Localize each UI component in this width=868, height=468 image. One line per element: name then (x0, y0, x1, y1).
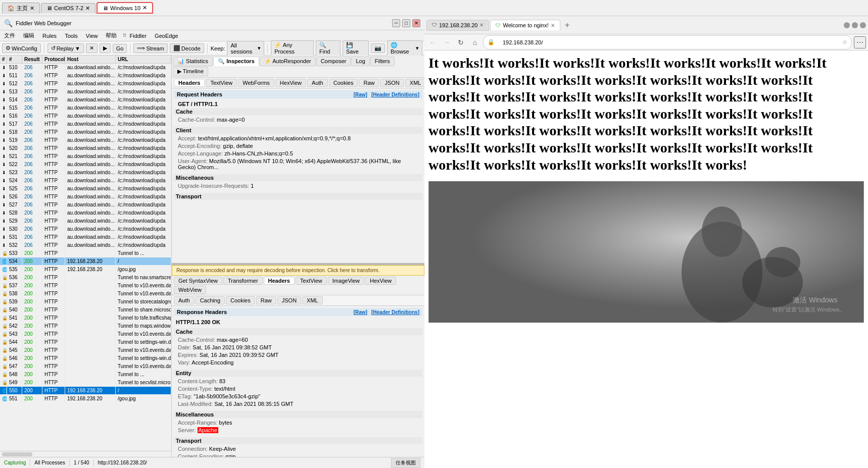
decode-button[interactable]: ⬛ Decode (170, 43, 204, 53)
tab-log[interactable]: Log (351, 57, 369, 66)
tab-inspectors[interactable]: 🔍 Inspectors (213, 57, 259, 66)
table-row[interactable]: ⬇ 510 206 HTTP au.download.windo... /c:/… (0, 64, 171, 72)
table-row[interactable]: 🔒 545 200 HTTP Tunnel to v10.events.data… (0, 346, 171, 354)
close-button[interactable]: ✕ (412, 19, 420, 27)
resp-raw-link[interactable]: [Raw] (354, 309, 367, 315)
winconfig-button[interactable]: ⚙ WinConfig (2, 43, 41, 53)
browser-maximize[interactable] (852, 22, 858, 28)
table-row[interactable]: ⬇ 514 206 HTTP au.download.windo... /c:/… (0, 96, 171, 104)
table-row[interactable]: ⬇ 525 206 HTTP au.download.windo... /c:/… (0, 185, 171, 193)
subtab-json[interactable]: JSON (380, 79, 404, 87)
table-row[interactable]: ⬇ 517 206 HTTP au.download.windo... /c:/… (0, 120, 171, 128)
menu-tools[interactable]: Tools (63, 32, 80, 40)
table-row[interactable]: 🔒 543 200 HTTP Tunnel to v10.events.data… (0, 330, 171, 338)
table-row[interactable]: ⬇ 515 206 HTTP au.download.windo... /c:/… (0, 104, 171, 112)
sessions-hscroll[interactable] (0, 451, 171, 457)
nginx-tab-close[interactable]: ✕ (551, 23, 555, 28)
tab-autoresponder[interactable]: ⚡ AutoResponder (260, 57, 316, 66)
minimize-button[interactable]: ─ (392, 19, 400, 27)
subtab-hexview[interactable]: HexView (275, 79, 306, 87)
browser-close[interactable] (860, 22, 866, 28)
sessions-body[interactable]: ⬇ 510 206 HTTP au.download.windo... /c:/… (0, 64, 171, 451)
resp-subtab-cookies[interactable]: Cookies (226, 296, 255, 304)
resp-subtab-raw[interactable]: Raw (256, 296, 276, 304)
browser-minimize[interactable] (844, 22, 850, 28)
tab-centos[interactable]: 🖥 CentOS 7-2 ✕ (41, 3, 95, 13)
raw-link[interactable]: [Raw] (354, 92, 367, 97)
tab-win10-close[interactable]: ✕ (142, 5, 147, 11)
menu-file[interactable]: 文件 (2, 31, 17, 40)
tab-composer[interactable]: Composer (316, 57, 351, 66)
table-row[interactable]: ⬇ 519 206 HTTP au.download.windo... /c:/… (0, 136, 171, 144)
tab-centos-close[interactable]: ✕ (85, 5, 90, 12)
table-row[interactable]: 🌐 534 200 HTTP 192.168.238.20 / (0, 257, 171, 266)
table-row[interactable]: 🔒 549 200 HTTP Tunnel to secvlist.micros… (0, 379, 171, 387)
table-row[interactable]: 🔒 547 200 HTTP Tunnel to v10.events.data… (0, 362, 171, 371)
tab-home-close[interactable]: ✕ (30, 5, 34, 12)
browser-settings-button[interactable]: ⋯ (854, 36, 866, 48)
addr-tab-close[interactable]: ✕ (479, 22, 484, 28)
table-row[interactable]: ⬇ 532 206 HTTP au.download.windo... /c:/… (0, 241, 171, 249)
table-row[interactable]: ⬇ 529 206 HTTP au.download.windo... /c:/… (0, 217, 171, 225)
table-row[interactable]: 🔒 536 200 HTTP Tunnel to nav.smartscreen… (0, 274, 171, 282)
replay-button[interactable]: ↺ Replay ▼ (47, 43, 84, 53)
task-view[interactable]: 任务视图 (391, 458, 420, 468)
home-button[interactable]: ⌂ (469, 36, 481, 48)
stream-button[interactable]: ⟹ Stream (133, 43, 167, 53)
tab-statistics[interactable]: 📊 Statistics (173, 57, 213, 66)
subtab-raw[interactable]: Raw (359, 79, 379, 87)
refresh-button[interactable]: ↻ (455, 36, 467, 48)
resp-subtab-auth[interactable]: Auth (174, 296, 195, 304)
table-row[interactable]: 🔒 541 200 HTTP Tunnel to tsfe.trafficsha… (0, 314, 171, 322)
menu-fiddler[interactable]: Fiddler (127, 32, 149, 40)
table-row[interactable]: ⬇ 512 206 HTTP au.download.windo... /c:/… (0, 80, 171, 88)
subtab-cookies[interactable]: Cookies (329, 79, 358, 87)
table-row[interactable]: 🔒 537 200 HTTP Tunnel to v10.events.data… (0, 282, 171, 290)
resp-subtab-json[interactable]: JSON (277, 296, 301, 304)
response-notice[interactable]: Response is encoded and may require deco… (172, 265, 424, 276)
resp-tab-syntaxview[interactable]: Get SyntaxView (174, 277, 222, 285)
table-row[interactable]: 🔒 542 200 HTTP Tunnel to maps.windows.co… (0, 322, 171, 330)
tab-timeline[interactable]: ▶ Timeline (173, 67, 208, 76)
subtab-webforms[interactable]: WebForms (238, 79, 274, 87)
table-row[interactable]: ⬇ 531 206 HTTP au.download.windo... /c:/… (0, 233, 171, 241)
table-row[interactable]: ⬇ 511 206 HTTP au.download.windo... /c:/… (0, 72, 171, 80)
camera-button[interactable]: 📷 (371, 43, 385, 53)
maximize-button[interactable]: □ (402, 19, 410, 27)
subtab-textview[interactable]: TextView (206, 79, 237, 87)
subtab-headers[interactable]: Headers (174, 79, 205, 87)
table-row[interactable]: 🔒 540 200 HTTP Tunnel to share.microsoft… (0, 306, 171, 314)
resp-tab-imageview[interactable]: ImageView (328, 277, 364, 285)
table-row[interactable]: ⬇ 526 206 HTTP au.download.windo... /c:/… (0, 193, 171, 201)
table-row[interactable]: ⬇ 520 206 HTTP au.download.windo... /c:/… (0, 144, 171, 152)
tab-win10[interactable]: 🖥 Windows 10 ✕ (97, 2, 153, 14)
tab-filters[interactable]: Filters (370, 57, 395, 66)
save-button[interactable]: 💾 Save (343, 40, 369, 56)
table-row[interactable]: 🌐 550 200 HTTP 192.168.238.20 / (0, 387, 171, 395)
x-button[interactable]: ✕ (86, 43, 98, 53)
table-row[interactable]: ⬇ 528 206 HTTP au.download.windo... /c:/… (0, 209, 171, 217)
table-row[interactable]: ⬇ 527 206 HTTP au.download.windo... /c:/… (0, 201, 171, 209)
table-row[interactable]: ⬇ 524 206 HTTP au.download.windo... /c:/… (0, 177, 171, 185)
resp-tab-webview[interactable]: WebView (174, 286, 206, 294)
table-row[interactable]: ⬇ 516 206 HTTP au.download.windo... /c:/… (0, 112, 171, 120)
menu-view[interactable]: View (84, 32, 100, 40)
menu-help[interactable]: 帮助 (104, 31, 119, 40)
table-row[interactable]: 🔒 548 200 HTTP Tunnel to ... (0, 371, 171, 379)
new-tab-button[interactable]: + (561, 19, 573, 31)
table-row[interactable]: ⬇ 523 206 HTTP au.download.windo... /c:/… (0, 169, 171, 177)
table-row[interactable]: 🔒 533 200 HTTP Tunnel to ... (0, 249, 171, 257)
table-row[interactable]: 🔒 538 200 HTTP Tunnel to v10.events.data… (0, 290, 171, 298)
table-row[interactable]: ⬇ 518 206 HTTP au.download.windo... /c:/… (0, 128, 171, 136)
bookmark-icon[interactable]: ☆ (842, 39, 847, 45)
table-row[interactable]: 🔒 539 200 HTTP Tunnel to storecatalogrev… (0, 298, 171, 306)
browser-tab-nginx[interactable]: 🛡 Welcome to nginx! ✕ (490, 20, 560, 30)
subtab-auth[interactable]: Auth (307, 79, 328, 87)
menu-geoedge[interactable]: GeoEdge (153, 32, 180, 40)
any-process-button[interactable]: ⚡ Any Process (271, 40, 314, 56)
table-row[interactable]: ⬇ 522 206 HTTP au.download.windo... /c:/… (0, 161, 171, 169)
table-row[interactable]: 🌐 535 200 HTTP 192.168.238.20 /gou.jpg (0, 266, 171, 274)
resp-tab-headers[interactable]: Headers (264, 277, 295, 285)
resp-tab-transformer[interactable]: Transformer (223, 277, 263, 285)
table-row[interactable]: 🔒 546 200 HTTP Tunnel to settings-win.da… (0, 354, 171, 362)
